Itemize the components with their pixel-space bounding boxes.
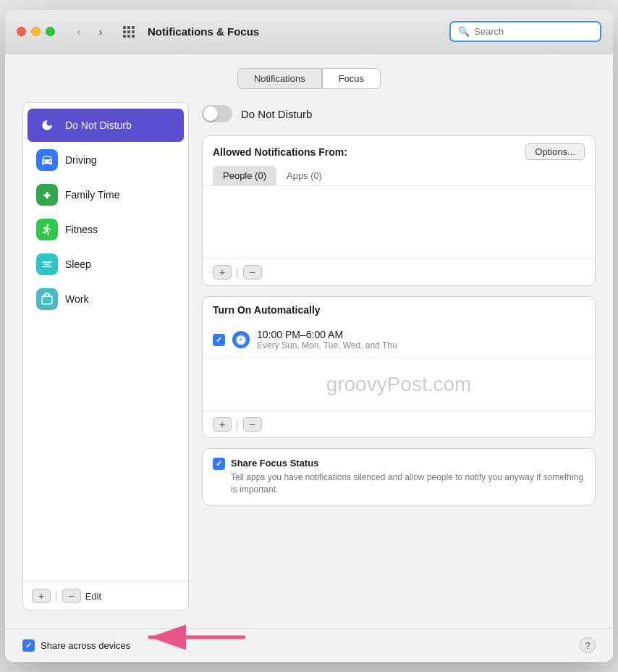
sidebar-item-do-not-disturb[interactable]: Do Not Disturb [27, 109, 184, 142]
arrow-annotation [121, 623, 251, 655]
auto-footer: + | − [203, 411, 595, 437]
share-focus-checkbox[interactable]: ✓ [213, 458, 225, 470]
allowed-title: Allowed Notifications From: [213, 146, 347, 158]
sidebar-item-label-work: Work [65, 293, 88, 305]
traffic-lights [17, 27, 55, 36]
share-focus-checkmark: ✓ [216, 459, 222, 469]
people-tab[interactable]: People (0) [213, 166, 276, 185]
bottom-bar: ✓ Share across devices ? [5, 628, 613, 662]
sidebar-item-family-time[interactable]: Family Time [27, 178, 184, 211]
main-layout: Do Not Disturb Driving Family Time [22, 102, 596, 611]
schedule-text: 10:00 PM–6:00 AM Every Sun, Mon, Tue, We… [257, 329, 585, 350]
window-title: Notifications & Focus [148, 25, 441, 38]
schedule-checkbox[interactable]: ✓ [213, 334, 225, 346]
tab-notifications[interactable]: Notifications [237, 68, 322, 89]
sidebar-item-label-dnd: Do Not Disturb [65, 119, 132, 131]
add-allowed-button[interactable]: + [213, 265, 232, 280]
allowed-notifications-section: Allowed Notifications From: Options... P… [202, 135, 596, 286]
checkmark-icon: ✓ [216, 335, 222, 345]
sidebar-item-driving[interactable]: Driving [27, 143, 184, 177]
options-button[interactable]: Options... [525, 143, 585, 160]
share-focus-text: Share Focus Status Tell apps you have no… [231, 458, 585, 496]
auto-title: Turn On Automatically [203, 297, 595, 322]
remove-schedule-button[interactable]: − [243, 417, 262, 432]
sidebar-footer: + | − Edit [23, 581, 188, 610]
sidebar-item-work[interactable]: Work [27, 282, 184, 316]
edit-button[interactable]: Edit [85, 591, 101, 602]
sleep-icon [36, 253, 58, 275]
titlebar: ‹ › Notifications & Focus 🔍 [5, 10, 613, 54]
sidebar-list: Do Not Disturb Driving Family Time [23, 103, 188, 581]
main-window: ‹ › Notifications & Focus 🔍 Notification… [5, 10, 613, 662]
minimize-button[interactable] [31, 27, 41, 36]
fitness-icon [36, 219, 58, 240]
add-schedule-button[interactable]: + [213, 417, 232, 432]
apps-tab[interactable]: Apps (0) [276, 166, 332, 185]
share-focus-section: ✓ Share Focus Status Tell apps you have … [202, 448, 596, 505]
main-panel: Do Not Disturb Allowed Notifications Fro… [202, 102, 596, 611]
auto-section: Turn On Automatically ✓ 🕙 10:00 PM–6:00 … [202, 296, 596, 438]
driving-icon [36, 149, 58, 171]
allowed-tabs: People (0) Apps (0) [203, 166, 595, 186]
share-devices-checkbox[interactable]: ✓ [22, 639, 35, 652]
grid-icon[interactable] [123, 26, 135, 38]
work-icon [36, 288, 58, 310]
close-button[interactable] [17, 27, 26, 36]
sidebar-item-label-sleep: Sleep [65, 259, 91, 270]
search-input[interactable] [474, 26, 593, 37]
sidebar-item-label-driving: Driving [65, 154, 97, 166]
dnd-toggle-row: Do Not Disturb [202, 102, 596, 125]
share-devices-label: Share across devices [41, 640, 130, 651]
remove-focus-button[interactable]: − [62, 589, 81, 603]
schedule-time: 10:00 PM–6:00 AM [257, 329, 585, 340]
nav-buttons: ‹ › [69, 25, 110, 39]
dnd-toggle-label: Do Not Disturb [241, 108, 312, 120]
tab-focus[interactable]: Focus [322, 68, 381, 89]
dnd-icon [36, 114, 58, 136]
share-devices-row: ✓ Share across devices [22, 639, 130, 652]
fullscreen-button[interactable] [46, 27, 55, 36]
allowed-footer: + | − [203, 259, 595, 285]
forward-button[interactable]: › [91, 25, 110, 39]
sidebar-item-label-fitness: Fitness [65, 224, 98, 235]
back-button[interactable]: ‹ [69, 25, 88, 39]
sidebar: Do Not Disturb Driving Family Time [22, 102, 189, 611]
schedule-clock: 🕙 [232, 331, 250, 348]
top-tabs: Notifications Focus [22, 68, 596, 89]
share-focus-row: ✓ Share Focus Status Tell apps you have … [203, 449, 595, 505]
allowed-empty-area [203, 186, 595, 259]
schedule-row[interactable]: ✓ 🕙 10:00 PM–6:00 AM Every Sun, Mon, Tue… [203, 322, 595, 358]
allowed-header: Allowed Notifications From: Options... [203, 136, 595, 166]
add-focus-button[interactable]: + [32, 589, 51, 603]
dnd-toggle[interactable] [202, 105, 232, 122]
clock-icon: 🕙 [235, 335, 247, 345]
family-icon [36, 184, 58, 206]
sidebar-item-sleep[interactable]: Sleep [27, 248, 184, 281]
search-bar[interactable]: 🔍 [449, 21, 601, 42]
watermark: groovyPost.com [203, 358, 595, 411]
help-button[interactable]: ? [580, 637, 596, 653]
share-focus-title: Share Focus Status [231, 458, 585, 469]
sidebar-item-fitness[interactable]: Fitness [27, 213, 184, 246]
remove-allowed-button[interactable]: − [243, 265, 262, 280]
search-icon: 🔍 [458, 26, 470, 37]
schedule-days: Every Sun, Mon, Tue, Wed, and Thu [257, 340, 585, 350]
sidebar-item-label-family: Family Time [65, 189, 119, 201]
share-devices-checkmark: ✓ [25, 641, 32, 650]
content-area: Notifications Focus Do Not Disturb [5, 54, 613, 628]
share-focus-desc: Tell apps you have notifications silence… [231, 471, 585, 496]
